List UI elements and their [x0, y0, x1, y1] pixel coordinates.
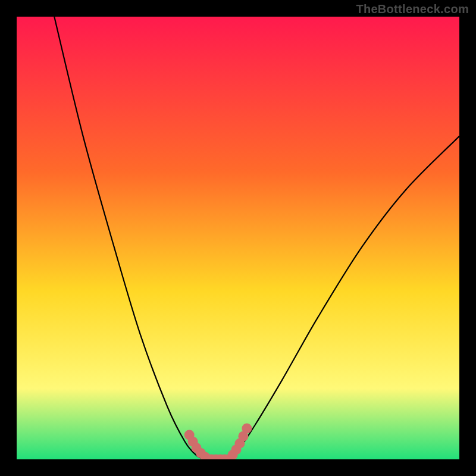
watermark-text: TheBottleneck.com [356, 2, 469, 16]
chart-frame: TheBottleneck.com [0, 0, 476, 476]
chart-svg [17, 17, 459, 459]
marker-group-floor [211, 455, 230, 460]
plot-area [17, 17, 459, 459]
gradient-background [17, 17, 459, 459]
data-marker [242, 423, 252, 433]
